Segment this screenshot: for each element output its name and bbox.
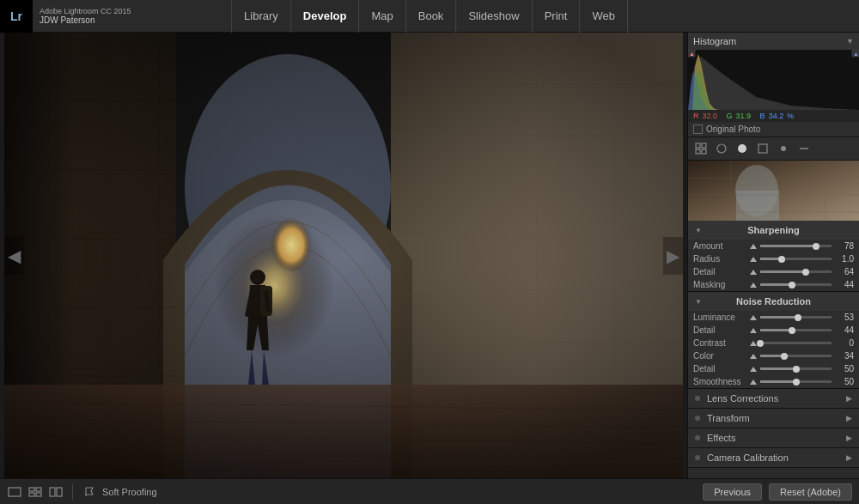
tool-dot-icon[interactable] xyxy=(776,141,791,156)
slider-thumb[interactable] xyxy=(757,340,764,347)
tool-grid-icon[interactable] xyxy=(693,141,709,156)
noise-reduction-header[interactable]: Noise Reduction xyxy=(688,292,859,311)
lr-logo-text: Lr xyxy=(10,9,22,23)
photo-image xyxy=(4,33,683,478)
panel-value: 34 xyxy=(835,351,854,361)
panel-row: Detail64 xyxy=(688,265,859,278)
nav-item-library[interactable]: Library xyxy=(231,0,291,33)
sharpening-header[interactable]: Sharpening xyxy=(688,221,859,240)
collapsed-panel-arrow: ▶ xyxy=(846,453,852,462)
bottom-right: Previous Reset (Adobe) xyxy=(703,483,852,501)
tool-circle-filled-icon[interactable] xyxy=(734,141,750,156)
separator xyxy=(72,484,73,500)
panel-row: Smoothness50 xyxy=(688,375,859,388)
hist-b-percent: % xyxy=(787,112,794,120)
panel-row: Luminance53 xyxy=(688,311,859,324)
nav-item-slideshow[interactable]: Slideshow xyxy=(456,0,532,33)
svg-rect-49 xyxy=(758,144,767,153)
histogram-title: Histogram xyxy=(693,36,736,46)
view-single-icon[interactable] xyxy=(7,484,22,500)
slider-track[interactable] xyxy=(760,316,832,319)
svg-point-48 xyxy=(738,144,746,153)
thumbnail-area xyxy=(688,161,859,221)
tool-minus-icon[interactable] xyxy=(796,141,812,156)
tool-circle-icon[interactable] xyxy=(714,141,729,156)
slider-thumb[interactable] xyxy=(793,366,800,373)
nav-item-book[interactable]: Book xyxy=(406,0,457,33)
slider-track[interactable] xyxy=(760,329,832,331)
original-photo-label: Original Photo xyxy=(706,124,760,134)
collapsed-panel-label: Transform xyxy=(707,413,750,423)
slider-thumb[interactable] xyxy=(789,282,795,288)
panel-row: Detail44 xyxy=(688,324,859,337)
collapsed-panel-lens-corrections[interactable]: Lens Corrections▶ xyxy=(688,389,859,409)
collapsed-panel-dot xyxy=(695,455,700,460)
nav-item-develop[interactable]: Develop xyxy=(291,0,360,33)
panel-row-label: Smoothness xyxy=(693,377,746,386)
tool-icons-row xyxy=(688,137,859,161)
user-name: JDW Paterson xyxy=(40,15,131,25)
original-photo-checkbox[interactable] xyxy=(693,124,703,134)
collapsed-panel-effects[interactable]: Effects▶ xyxy=(688,428,859,448)
panel-row-label: Contrast xyxy=(693,338,746,348)
slider-fill xyxy=(760,367,796,370)
slider-thumb[interactable] xyxy=(793,379,800,386)
slider-thumb[interactable] xyxy=(789,327,795,334)
tool-square-icon[interactable] xyxy=(755,141,771,156)
sharpening-title: Sharpening xyxy=(747,225,800,235)
view-compare-icon[interactable] xyxy=(48,484,64,500)
collapsed-panel-transform[interactable]: Transform▶ xyxy=(688,409,859,428)
previous-button[interactable]: Previous xyxy=(703,483,762,501)
slider-thumb[interactable] xyxy=(795,314,801,321)
panel-row: Masking44 xyxy=(688,278,859,291)
panel-value: 44 xyxy=(835,280,854,289)
nav-prev-arrow[interactable]: ◀ xyxy=(4,237,24,275)
slider-track[interactable] xyxy=(760,270,832,273)
panel-value: 50 xyxy=(835,364,854,373)
flag-icon[interactable] xyxy=(82,484,97,500)
panel-value: 44 xyxy=(835,325,854,335)
slider-triangle-icon xyxy=(750,257,757,262)
panel-value: 50 xyxy=(835,377,854,386)
top-bar: Lr Adobe Lightroom CC 2015 JDW Paterson … xyxy=(0,0,859,33)
slider-thumb[interactable] xyxy=(802,269,809,276)
noise-reduction-section: Noise Reduction Luminance53Detail44Contr… xyxy=(688,292,859,389)
slider-track[interactable] xyxy=(760,342,832,344)
slider-track[interactable] xyxy=(760,258,832,260)
hist-g-label: G xyxy=(727,112,733,120)
svg-text:▲: ▲ xyxy=(853,51,859,57)
panel-row-label: Luminance xyxy=(693,313,746,322)
nav-item-web[interactable]: Web xyxy=(580,0,628,33)
slider-fill xyxy=(760,316,798,319)
histogram-header[interactable]: Histogram ▼ xyxy=(688,33,859,50)
slider-triangle-icon xyxy=(750,354,757,359)
view-grid-icon[interactable] xyxy=(27,484,43,500)
collapsed-panel-camera-calibration[interactable]: Camera Calibration▶ xyxy=(688,448,859,468)
slider-track[interactable] xyxy=(760,245,832,247)
noise-reduction-title: Noise Reduction xyxy=(736,296,811,307)
hist-b-value: 34.2 xyxy=(769,112,784,120)
slider-triangle-icon xyxy=(750,341,757,346)
panel-row: Contrast0 xyxy=(688,337,859,349)
slider-thumb[interactable] xyxy=(781,353,788,360)
panel-value: 1.0 xyxy=(835,254,854,264)
slider-thumb[interactable] xyxy=(813,243,819,250)
nav-next-arrow[interactable]: ▶ xyxy=(663,237,683,275)
slider-fill xyxy=(760,329,792,331)
reset-button[interactable]: Reset (Adobe) xyxy=(769,483,852,501)
slider-triangle-icon xyxy=(750,367,757,372)
slider-track[interactable] xyxy=(760,380,832,383)
panel-row-label: Color xyxy=(693,351,746,361)
histogram-canvas: ▲ ▲ xyxy=(688,50,859,110)
slider-track[interactable] xyxy=(760,283,832,286)
svg-rect-33 xyxy=(4,33,683,478)
nav-item-print[interactable]: Print xyxy=(533,0,581,33)
slider-track[interactable] xyxy=(760,355,832,357)
svg-text:▲: ▲ xyxy=(689,51,695,57)
collapsed-panel-arrow: ▶ xyxy=(846,414,852,422)
histogram-values: R 32.0 G 31.9 B 34.2 % xyxy=(688,110,859,122)
nav-item-map[interactable]: Map xyxy=(359,0,405,33)
slider-thumb[interactable] xyxy=(778,256,785,263)
slider-track[interactable] xyxy=(760,367,832,370)
main-area: ◀ ▶ Histogram ▼ xyxy=(0,33,859,478)
